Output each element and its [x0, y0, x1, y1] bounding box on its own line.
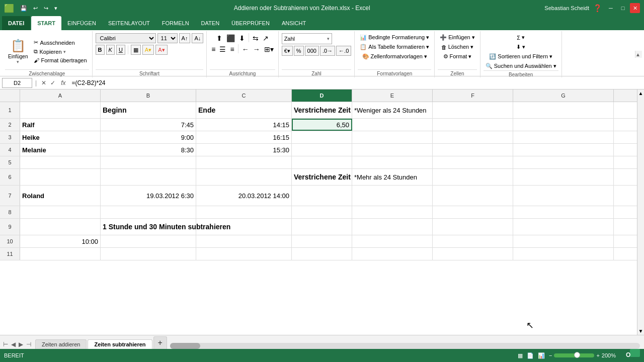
align-right-btn[interactable]: ≡ — [228, 44, 235, 54]
row-header-4[interactable]: 4 — [0, 144, 20, 156]
cell-c7[interactable]: 20.03.2012 14:00 — [196, 186, 292, 206]
cell-f4[interactable] — [433, 144, 513, 156]
cell-f11[interactable] — [433, 248, 513, 260]
cell-g7[interactable] — [513, 186, 614, 206]
formula-input[interactable]: =(C2-B2)*24 — [69, 79, 642, 87]
col-header-a[interactable]: A — [20, 89, 101, 102]
first-sheet-btn[interactable]: ⊢ — [2, 340, 9, 349]
cell-c10[interactable] — [196, 235, 292, 247]
cell-c6[interactable] — [196, 169, 292, 185]
dec-dec-btn[interactable]: ←.0 — [336, 46, 351, 56]
cell-d4[interactable] — [292, 144, 352, 156]
cell-g8[interactable] — [513, 206, 614, 218]
cell-b10[interactable] — [101, 235, 196, 247]
zoom-slider[interactable] — [554, 353, 594, 357]
cell-d9[interactable] — [292, 219, 352, 235]
save-quick-btn[interactable]: 💾 — [18, 4, 29, 13]
cell-g9[interactable] — [513, 219, 614, 235]
cell-c1[interactable]: Ende — [196, 102, 292, 118]
cell-d5[interactable] — [292, 156, 352, 168]
cell-d7[interactable] — [292, 186, 352, 206]
cell-b7[interactable]: 19.03.2012 6:30 — [101, 186, 196, 206]
underline-btn[interactable]: U — [116, 45, 125, 55]
cell-d2[interactable]: 6,50 — [292, 119, 352, 131]
col-header-c[interactable]: C — [196, 89, 292, 102]
cell-f7[interactable] — [433, 186, 513, 206]
cell-c8[interactable] — [196, 206, 292, 218]
horizontal-scrollbar[interactable] — [168, 343, 642, 349]
row-header-6[interactable]: 6 — [0, 169, 20, 185]
cell-f2[interactable] — [433, 119, 513, 131]
copy-btn[interactable]: ⧉ Kopieren ▾ — [32, 47, 89, 56]
row-header-10[interactable]: 10 — [0, 235, 20, 247]
dec-inc-btn[interactable]: .0→ — [320, 46, 335, 56]
cell-a9[interactable] — [20, 219, 101, 235]
quick-access-dropdown[interactable]: ▾ — [52, 4, 59, 13]
cell-b9[interactable]: 1 Stunde und 30 Minuten subtrahieren — [101, 219, 196, 235]
cell-e4[interactable] — [352, 144, 433, 156]
col-header-b[interactable]: B — [101, 89, 196, 102]
font-family-select[interactable]: Calibri — [96, 33, 156, 43]
restore-btn[interactable]: □ — [618, 3, 628, 13]
cell-b6[interactable] — [101, 169, 196, 185]
align-bottom-btn[interactable]: ⬇ — [237, 33, 247, 43]
cell-g2[interactable] — [513, 119, 614, 131]
currency-btn[interactable]: €▾ — [282, 46, 293, 56]
close-btn[interactable]: ✕ — [630, 3, 640, 13]
cell-c4[interactable]: 15:30 — [196, 144, 292, 156]
tab-ueberprufen[interactable]: ÜBERPRÜFEN — [225, 16, 276, 30]
cell-a2[interactable]: Ralf — [20, 119, 101, 131]
col-header-d[interactable]: D — [292, 89, 352, 102]
tab-daten[interactable]: DATEN — [195, 16, 225, 30]
cell-a1[interactable] — [20, 102, 101, 118]
zellenformatvorlagen-btn[interactable]: 🎨 Zellenformatvorlagen ▾ — [360, 52, 429, 61]
cell-f5[interactable] — [433, 156, 513, 168]
undo-quick-btn[interactable]: ↩ — [31, 4, 40, 13]
orientation-btn[interactable]: ↗ — [261, 33, 270, 43]
cell-d11[interactable] — [292, 248, 352, 260]
tab-start[interactable]: START — [31, 16, 61, 30]
tab-einfuegen[interactable]: EINFÜGEN — [61, 16, 102, 30]
merge-btn[interactable]: ⊞▾ — [263, 44, 275, 54]
decrease-font-btn[interactable]: A↓ — [192, 33, 203, 43]
sheet-tab-zeiten-subtrahieren[interactable]: Zeiten subtrahieren — [88, 339, 152, 349]
italic-btn[interactable]: K — [106, 45, 115, 55]
cell-d6[interactable]: Verstrichene Zeit — [292, 169, 352, 185]
row-header-9[interactable]: 9 — [0, 219, 20, 235]
add-sheet-btn[interactable]: + — [153, 336, 167, 349]
number-format-dropdown[interactable]: Zahl ▾ — [282, 33, 332, 44]
fill-color-btn[interactable]: A▾ — [142, 45, 154, 55]
cell-d8[interactable] — [292, 206, 352, 218]
align-middle-btn[interactable]: ⬛ — [225, 33, 236, 43]
cut-btn[interactable]: ✂ Ausschneiden — [32, 38, 89, 47]
page-layout-btn[interactable]: 📄 — [527, 352, 534, 359]
cell-b8[interactable] — [101, 206, 196, 218]
col-header-f[interactable]: F — [433, 89, 513, 102]
insert-cells-btn[interactable]: ➕ Einfügen ▾ — [438, 33, 476, 42]
cell-reference-box[interactable]: D2 — [2, 78, 32, 88]
format-cells-btn[interactable]: ⚙ Format ▾ — [441, 52, 474, 61]
zoom-in-btn[interactable]: + — [596, 352, 599, 358]
cell-e7[interactable] — [352, 186, 433, 206]
row-header-8[interactable]: 8 — [0, 206, 20, 218]
row-header-11[interactable]: 11 — [0, 248, 20, 260]
scroll-down-btn[interactable]: ▼ — [638, 328, 643, 334]
cell-g11[interactable] — [513, 248, 614, 260]
cell-e6[interactable]: *Mehr als 24 Stunden — [352, 169, 433, 185]
cell-c11[interactable] — [196, 248, 292, 260]
cell-g10[interactable] — [513, 235, 614, 247]
increase-font-btn[interactable]: A↑ — [179, 33, 191, 43]
thousands-btn[interactable]: 000 — [305, 46, 319, 56]
cell-e3[interactable] — [352, 131, 433, 143]
indent-dec-btn[interactable]: ← — [240, 44, 251, 54]
cell-g3[interactable] — [513, 131, 614, 143]
font-size-select[interactable]: 11 — [157, 33, 178, 43]
border-btn[interactable]: ▦ — [131, 45, 141, 55]
cell-f10[interactable] — [433, 235, 513, 247]
normal-view-btn[interactable]: ▦ — [518, 352, 523, 359]
cell-a4[interactable]: Melanie — [20, 144, 101, 156]
cell-f3[interactable] — [433, 131, 513, 143]
tab-formeln[interactable]: FORMELN — [156, 16, 195, 30]
row-header-1[interactable]: 1 — [0, 102, 20, 118]
cell-a5[interactable] — [20, 156, 101, 168]
